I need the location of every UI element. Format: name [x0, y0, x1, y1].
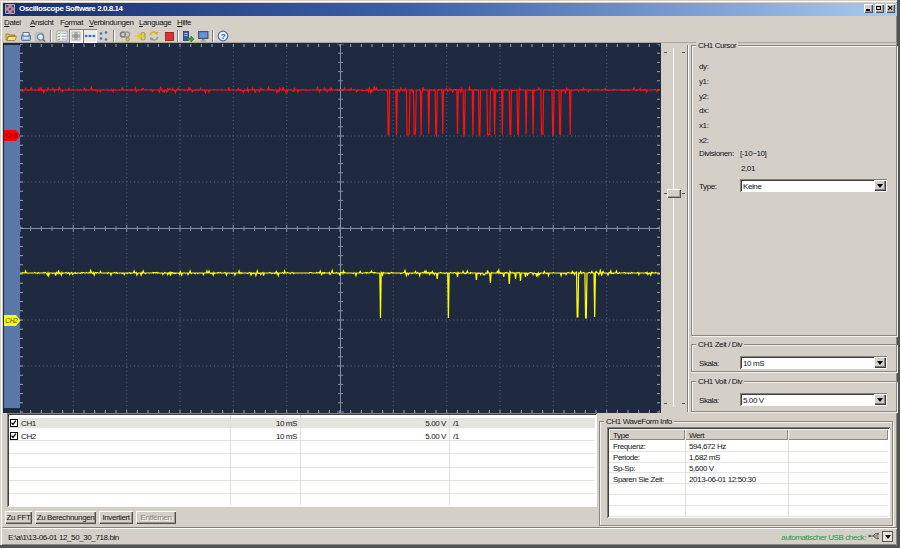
svg-text:CH2: CH2	[5, 317, 18, 324]
svg-text:?: ?	[221, 32, 226, 41]
svg-text:CH1: CH1	[5, 132, 18, 139]
